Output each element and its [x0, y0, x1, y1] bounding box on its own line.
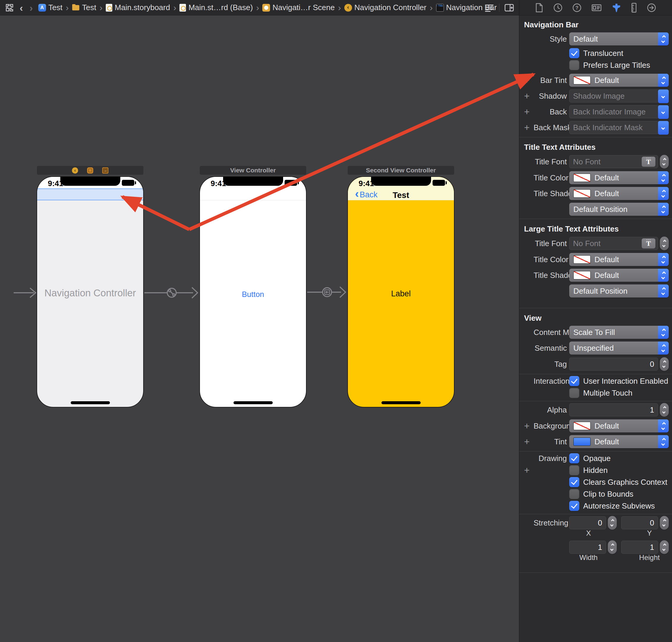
stepper[interactable]: [660, 236, 669, 250]
notch: [223, 177, 283, 186]
large-title-font-field[interactable]: No Font T: [569, 237, 658, 250]
dropdown-chevron-icon[interactable]: [658, 105, 669, 119]
attributes-inspector-icon[interactable]: [611, 2, 622, 13]
first-responder-icon[interactable]: [87, 167, 93, 174]
tint-popup[interactable]: Default: [569, 435, 669, 448]
back-indicator-mask-field[interactable]: Back Indicator Mask: [569, 121, 669, 134]
add-bar-tint-button[interactable]: [524, 76, 531, 85]
style-popup[interactable]: Default: [569, 33, 669, 46]
back-chevron-icon[interactable]: ‹: [18, 3, 24, 13]
clip-to-bounds-checkbox[interactable]: [569, 489, 579, 499]
hidden-checkbox[interactable]: [569, 465, 579, 475]
breadcrumb-nav-controller[interactable]: Navigation Controller: [344, 3, 426, 12]
back-button[interactable]: Back: [355, 190, 378, 200]
breadcrumb-separator-icon: [99, 3, 103, 13]
popup-stepper-icon: [658, 253, 669, 266]
breadcrumb-group[interactable]: Test: [72, 3, 96, 12]
stepper[interactable]: [660, 540, 669, 554]
content-mode-popup[interactable]: Scale To Fill: [569, 326, 669, 339]
title-shadow-popup[interactable]: Default: [569, 187, 669, 200]
background-popup[interactable]: Default: [569, 419, 669, 433]
help-inspector-icon[interactable]: ?: [572, 3, 582, 13]
prefers-large-titles-checkbox[interactable]: [569, 60, 579, 70]
add-back-mask-button[interactable]: [524, 123, 531, 132]
translucent-checkbox[interactable]: [569, 48, 579, 58]
x-axis-label: X: [569, 529, 608, 537]
no-color-swatch: [574, 174, 591, 182]
tint-label: Tint: [533, 437, 567, 447]
editor-list-icon[interactable]: [484, 3, 495, 12]
breadcrumb-project[interactable]: Test: [38, 3, 63, 12]
breadcrumb-scene[interactable]: Navigati…r Scene: [262, 3, 335, 12]
identity-inspector-icon[interactable]: [591, 3, 602, 13]
opaque-checkbox[interactable]: [569, 453, 579, 463]
scene-dock-second-view-controller[interactable]: Second View Controller: [347, 166, 454, 175]
autoresize-checkbox[interactable]: [569, 501, 579, 511]
related-items-grid-icon[interactable]: [5, 3, 14, 12]
folder-icon: [72, 4, 80, 12]
user-interaction-checkbox[interactable]: [569, 376, 579, 386]
back-button-label: Back: [360, 190, 378, 200]
nav-controller-canvas[interactable]: 9:41 Navigation Controller: [37, 176, 144, 408]
stretching-x-field[interactable]: 0: [569, 516, 606, 529]
opaque-row: Drawing Opaque: [519, 453, 672, 463]
large-shadow-position-row: Default Position: [519, 284, 672, 297]
shadow-position-popup[interactable]: Default Position: [569, 203, 669, 216]
stepper[interactable]: [660, 357, 669, 371]
file-inspector-icon[interactable]: [535, 3, 544, 13]
second-view-controller-canvas[interactable]: 9:41 Back Test Label: [347, 176, 454, 408]
large-title-shadow-popup[interactable]: Default: [569, 269, 669, 282]
multiple-touch-checkbox[interactable]: [569, 388, 579, 398]
view-controller-canvas[interactable]: 9:41 Button: [199, 176, 306, 408]
back-chevron-icon: [355, 188, 359, 200]
title-color-popup[interactable]: Default: [569, 171, 669, 184]
exit-icon[interactable]: [102, 167, 108, 174]
add-hidden-button[interactable]: [524, 465, 531, 475]
add-background-button[interactable]: [524, 421, 531, 431]
dropdown-chevron-icon[interactable]: [658, 121, 669, 134]
add-tint-button[interactable]: [524, 437, 531, 447]
button-control[interactable]: Button: [200, 290, 306, 299]
history-inspector-icon[interactable]: [553, 3, 563, 13]
home-indicator: [381, 401, 421, 404]
dropdown-chevron-icon[interactable]: [658, 89, 669, 103]
shadow-image-field[interactable]: Shadow Image: [569, 89, 669, 103]
large-shadow-position-popup[interactable]: Default Position: [569, 284, 669, 297]
add-back-indicator-button[interactable]: [524, 107, 531, 116]
stepper[interactable]: [660, 155, 669, 168]
size-inspector-icon[interactable]: [631, 2, 637, 13]
title-font-field[interactable]: No Font T: [569, 155, 658, 168]
breadcrumb-storyboard[interactable]: Main.storyboard: [106, 3, 170, 12]
add-shadow-button[interactable]: [524, 91, 531, 101]
alpha-field[interactable]: 1: [569, 403, 658, 416]
back-indicator-image-field[interactable]: Back Indicator Image: [569, 105, 669, 118]
stretching-y-field[interactable]: 0: [621, 516, 658, 529]
font-picker-icon[interactable]: T: [642, 239, 655, 248]
stretching-height-field[interactable]: 1: [621, 541, 658, 554]
forward-chevron-icon[interactable]: ›: [28, 3, 34, 13]
section-divider: [519, 308, 672, 308]
bar-tint-popup[interactable]: Default: [569, 74, 669, 87]
section-header: Title Text Attributes: [519, 139, 672, 155]
stepper[interactable]: [608, 516, 617, 530]
large-title-color-popup[interactable]: Default: [569, 253, 669, 266]
breadcrumb-separator-icon: [173, 3, 177, 13]
nav-controller-icon[interactable]: [72, 167, 78, 174]
stretching-label: Stretching: [533, 518, 567, 528]
semantic-popup[interactable]: Unspecified: [569, 342, 669, 355]
tag-field[interactable]: 0: [569, 358, 658, 371]
selected-navigation-bar[interactable]: [37, 189, 143, 200]
font-picker-icon[interactable]: T: [642, 157, 655, 167]
label-control[interactable]: Label: [348, 289, 454, 298]
breadcrumb-storyboard-base[interactable]: Main.st…rd (Base): [180, 3, 253, 12]
stepper[interactable]: [660, 403, 669, 417]
style-row: Style Default: [519, 33, 672, 46]
adjust-editor-icon[interactable]: [504, 3, 514, 12]
connections-inspector-icon[interactable]: [646, 3, 657, 13]
scene-dock-view-controller[interactable]: View Controller: [199, 166, 306, 175]
stepper[interactable]: [608, 540, 617, 554]
stretching-width-field[interactable]: 1: [569, 541, 606, 554]
stepper[interactable]: [660, 516, 669, 530]
clears-graphics-checkbox[interactable]: [569, 477, 579, 487]
editor-toolbar: [484, 3, 514, 12]
